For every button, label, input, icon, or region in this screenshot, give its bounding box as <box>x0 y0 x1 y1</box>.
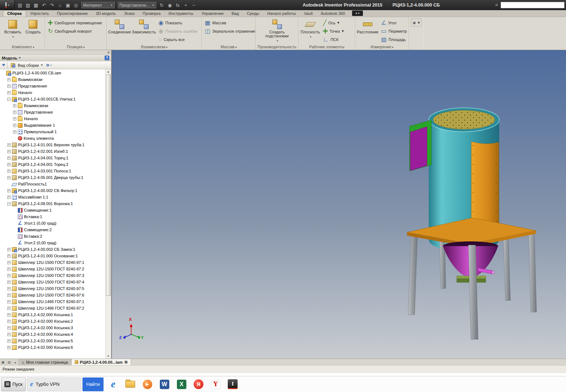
tree-item-label[interactable]: Прямоугольный 1 <box>24 130 57 134</box>
tree-item-label[interactable]: Вставка:2 <box>24 234 42 238</box>
tree-expander-icon[interactable]: + <box>7 150 11 153</box>
ribbon-tab-view[interactable]: Вид <box>228 11 243 17</box>
ribbon-group-label-work-features[interactable]: Рабочие элементы <box>299 44 355 50</box>
search-icon[interactable] <box>47 64 49 66</box>
3d-model-canvas[interactable] <box>112 50 566 359</box>
assembly-view-button[interactable]: Вид сборки ▼ <box>9 63 45 68</box>
pattern-button[interactable]: ▦Массив <box>203 19 257 26</box>
tree-expander-icon[interactable]: + <box>7 85 11 88</box>
tree-expander-icon[interactable]: + <box>7 307 11 310</box>
open-icon[interactable]: ▧ <box>24 1 32 9</box>
tree-item-label[interactable]: МассивКомп 1:1 <box>18 195 48 199</box>
tree-item-label[interactable]: РЦИЗ-1,2-4.04.001 Торец:2 <box>18 162 68 167</box>
tree-item-label[interactable]: Представления <box>18 84 47 88</box>
browser-help-button[interactable]: ? <box>105 56 109 60</box>
chevron-down-icon[interactable]: ▼ <box>19 56 21 60</box>
document-tab-home-page[interactable]: ⌂Моя главная страница <box>19 359 72 365</box>
excel-taskbar-icon[interactable]: X <box>173 377 190 392</box>
tree-item-label[interactable]: Конец элемента <box>24 136 54 140</box>
scroll-down-icon[interactable]: ▼ <box>107 355 110 358</box>
select-icon[interactable]: ◉ <box>166 1 173 9</box>
tile-windows-icon[interactable]: ▤ <box>6 359 12 365</box>
tree-item-label[interactable]: РЦИЗ-1,2-4.02.000 Косынка:2 <box>18 319 73 323</box>
yandex-taskbar-icon[interactable]: Y <box>207 377 224 392</box>
tree-expander-icon[interactable]: + <box>7 163 11 166</box>
ribbon-tab-environments[interactable]: Среды <box>243 11 263 17</box>
ribbon-tab-sketch[interactable]: Эскиз <box>120 11 138 17</box>
close-tab-icon[interactable]: ⊠ <box>124 360 127 364</box>
tree-expander-icon[interactable]: + <box>7 339 11 343</box>
tree-expander-icon[interactable]: + <box>7 91 11 94</box>
work-axis-button[interactable]: ╱Ось▾ <box>322 19 345 26</box>
document-tab-assembly-doc[interactable]: РЦИЗ-1,2-4.00.00...iam⊠ <box>72 359 131 365</box>
tree-expander-icon[interactable]: + <box>7 294 11 297</box>
tree-item-label[interactable]: Швеллер 12U-1500 ГОСТ 8240-97:4 <box>18 280 84 284</box>
word-taskbar-icon[interactable]: W <box>156 377 173 392</box>
tree-expander-icon[interactable]: + <box>7 346 11 349</box>
tree-item-label[interactable]: РЦИЗ-1,2-4.01.000 Основание:1 <box>18 254 78 258</box>
insert-component-button[interactable]: Вставить▾ <box>3 19 23 40</box>
tree-item-label[interactable]: РЦИЗ-1,2-4.02.000 Косынка:3 <box>18 326 73 330</box>
ribbon-tab-design[interactable]: Проектирование <box>53 11 92 17</box>
tree-item-label[interactable]: Угол:1 (0,00 град) <box>24 221 56 225</box>
ribbon-tab-vault[interactable]: Vault <box>300 11 316 17</box>
appearance-icon[interactable]: ◎ <box>72 1 80 9</box>
tree-expander-icon[interactable]: + <box>7 274 11 277</box>
tree-item-label[interactable]: Вставка:1 <box>24 215 42 219</box>
tree-item-label[interactable]: Швеллер 12U-1500 ГОСТ 8240-97:6 <box>18 293 84 297</box>
redo-icon[interactable]: ↷ <box>48 1 56 9</box>
ribbon-group-label-component[interactable]: Компонент▾ <box>1 44 45 50</box>
ribbon-group-label-productivity[interactable]: Производительность <box>256 44 298 50</box>
tree-item-label[interactable]: РЦИЗ-1,2-4.02.001 Изгиб:1 <box>18 149 68 154</box>
tree-item-label[interactable]: РЦИЗ-1,2-4.02.000 Косынка:6 <box>18 345 73 350</box>
show-errors-button[interactable]: ◉Показать ошибки <box>157 28 199 34</box>
measure-area-button[interactable]: ▨Площадь <box>380 36 408 43</box>
ribbon-group-label-measure[interactable]: Измерение▾ <box>355 44 409 50</box>
tree-expander-icon[interactable]: + <box>7 176 11 179</box>
ucs-button[interactable]: ∟ПСК <box>322 36 345 43</box>
hide-all-button[interactable]: ◌Скрыть все <box>157 36 199 43</box>
constrain-button[interactable]: Зависимость <box>132 19 156 35</box>
material-combo[interactable]: Материал▼ <box>81 2 115 8</box>
tree-item-label[interactable]: Выдавливание 1 <box>24 123 55 127</box>
save-icon[interactable]: ▦ <box>32 1 40 9</box>
tree-expander-icon[interactable]: + <box>7 196 11 199</box>
tree-item-label[interactable]: Представления <box>24 110 53 114</box>
zoom-out-icon[interactable]: − <box>190 1 197 9</box>
measure-angle-button[interactable]: ∠Угол <box>380 19 408 26</box>
scrollbar-thumb[interactable] <box>106 74 111 296</box>
free-move-button[interactable]: Свободное перемещение <box>47 19 104 26</box>
tree-expander-icon[interactable]: + <box>7 287 11 290</box>
application-menu-button[interactable]: I▾ <box>0 0 15 10</box>
tree-expander-icon[interactable]: + <box>7 313 11 317</box>
arrange-windows-icon[interactable]: ▣ <box>0 359 6 365</box>
tree-item-label[interactable]: РабПлоскость1 <box>18 182 47 186</box>
undo-icon[interactable]: ↶ <box>40 1 48 9</box>
tree-expander-icon[interactable]: + <box>7 143 11 147</box>
start-button[interactable]: ⊞ Пуск <box>1 377 26 391</box>
tree-item-label[interactable]: Швеллер 12U-1496 ГОСТ 8240-97:1 <box>18 299 84 304</box>
joint-button[interactable]: Соединение <box>108 19 131 35</box>
inventor-taskbar-icon[interactable]: I <box>224 377 241 392</box>
ribbon-tab-get-started[interactable]: Начало работы <box>263 11 300 17</box>
tree-item-label[interactable]: Швеллер 12U-1500 ГОСТ 8240-97:3 <box>18 273 84 278</box>
tree-item-label[interactable]: РЦИЗ-1,2-4.08.001 Воронка:1 <box>18 201 73 206</box>
filter-icon[interactable] <box>2 64 5 68</box>
ribbon-tab-tools[interactable]: Инструменты <box>165 11 198 17</box>
tree-expander-icon[interactable]: − <box>7 202 11 205</box>
tree-expander-icon[interactable]: + <box>7 281 11 284</box>
home-icon[interactable]: ⌂ <box>56 1 64 9</box>
tree-expander-icon[interactable]: + <box>7 78 11 81</box>
tree-item-label[interactable]: Взаимосвязи <box>18 77 43 82</box>
media-player-taskbar-icon[interactable]: ▶ <box>139 377 156 392</box>
tree-expander-icon[interactable]: + <box>7 189 11 192</box>
tree-item-label[interactable]: РЦИЗ-1,2-4.00.003 СБ Замок:1 <box>18 247 75 252</box>
tree-item-label[interactable]: Начало <box>18 90 32 95</box>
new-file-icon[interactable]: ▤ <box>16 1 24 9</box>
tree-item-label[interactable]: РЦИЗ-1,2-4.02.000 Косынка:4 <box>18 332 73 336</box>
measure-perimeter-button[interactable]: ▭Периметр <box>380 28 408 34</box>
shrinkwrap-button[interactable]: Создать подстановки▾ <box>259 19 295 44</box>
tree-item-label[interactable]: Швеллер 12U-1500 ГОСТ 8240-97:1 <box>18 260 84 265</box>
ribbon-display-options-button[interactable]: ●▾ <box>352 11 363 16</box>
tree-expander-icon[interactable]: + <box>13 130 16 134</box>
